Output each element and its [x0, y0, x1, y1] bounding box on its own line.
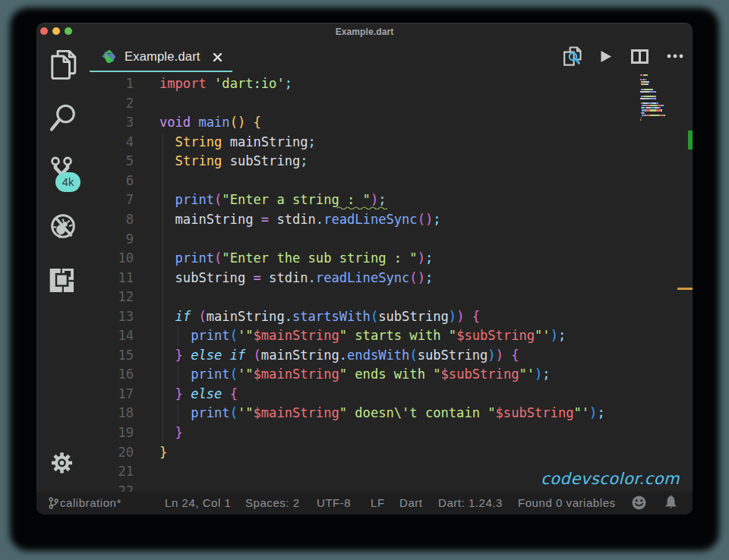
git-branch-icon: [49, 497, 58, 509]
line-number: 3: [90, 113, 134, 133]
minimap[interactable]: [640, 74, 671, 121]
code-lines: import 'dart:io';void main() { String ma…: [159, 74, 605, 492]
minimap-line: [640, 119, 671, 121]
run-button[interactable]: [600, 50, 612, 63]
code-line[interactable]: }: [159, 443, 605, 463]
code-line[interactable]: print('"$mainString" doesn\'t contain "$…: [159, 404, 605, 423]
status-variables[interactable]: Found 0 variables: [518, 492, 616, 514]
line-number: 15: [90, 346, 134, 366]
overview-ruler-orange-marker: [677, 288, 693, 290]
settings-gear-button[interactable]: [36, 442, 90, 484]
activity-bar: 4k: [36, 42, 90, 492]
line-number: 20: [90, 443, 134, 463]
code-line[interactable]: [159, 230, 605, 250]
status-sdk-version[interactable]: Dart: 1.24.3: [438, 492, 503, 514]
ellipsis-icon: [667, 53, 683, 59]
editor[interactable]: 12345678910111213141516171819202122 impo…: [90, 72, 693, 492]
line-number: 22: [90, 482, 134, 492]
code-line[interactable]: print("Enter the sub string : ");: [159, 249, 605, 269]
line-number: 10: [90, 249, 134, 269]
line-number: 18: [90, 404, 134, 423]
code-line[interactable]: import 'dart:io';: [159, 74, 605, 94]
line-number: 2: [90, 94, 134, 114]
status-branch[interactable]: calibration*: [60, 492, 122, 514]
line-number: 19: [90, 423, 134, 443]
line-number: 9: [90, 230, 134, 250]
code-line[interactable]: String mainString;: [159, 133, 605, 153]
feedback-smiley-icon[interactable]: [631, 495, 647, 511]
line-number: 6: [90, 171, 134, 191]
code-line[interactable]: [159, 94, 605, 114]
code-line[interactable]: }: [159, 423, 605, 443]
line-number: 8: [90, 210, 134, 230]
split-editor-button[interactable]: [631, 49, 649, 64]
sidebar-item-debug[interactable]: [36, 205, 90, 247]
code-line[interactable]: } else if (mainString.endsWith(subString…: [159, 346, 605, 366]
overview-ruler-green-marker: [688, 131, 693, 149]
search-editor-button[interactable]: [563, 46, 582, 66]
status-language[interactable]: Dart: [399, 492, 423, 514]
line-number: 17: [90, 385, 134, 404]
code-line[interactable]: print('"$mainString" starts with "$subSt…: [159, 326, 605, 346]
sidebar-item-search[interactable]: [36, 97, 90, 140]
squiggle-underline: [337, 206, 387, 209]
line-number: 5: [90, 152, 134, 171]
code-line[interactable]: String subString;: [159, 152, 605, 171]
line-number: 7: [90, 190, 134, 210]
code-line[interactable]: if (mainString.startsWith(subString)) {: [159, 307, 605, 327]
line-numbers: 12345678910111213141516171819202122: [90, 74, 134, 492]
sidebar-item-source-control[interactable]: 4k: [36, 150, 90, 193]
split-editor-icon: [631, 49, 649, 64]
code-line[interactable]: subString = stdin.readLineSync();: [159, 269, 605, 288]
status-eol[interactable]: LF: [371, 492, 385, 514]
titlebar: Example.dart: [36, 23, 693, 42]
code-line[interactable]: [159, 171, 605, 191]
code-line[interactable]: void main() {: [159, 113, 605, 133]
files-icon: [36, 42, 90, 85]
code-line[interactable]: [159, 288, 605, 307]
tab-bar: Example.dart: [90, 42, 693, 72]
search-editor-icon: [563, 46, 582, 66]
code-line[interactable]: } else {: [159, 385, 605, 404]
line-number: 1: [90, 74, 134, 94]
play-icon: [600, 50, 612, 63]
extensions-icon: [36, 259, 90, 301]
gear-icon: [36, 442, 90, 484]
line-number: 13: [90, 307, 134, 327]
status-encoding[interactable]: UTF-8: [317, 492, 351, 514]
code-line[interactable]: [159, 462, 605, 482]
line-number: 4: [90, 133, 134, 153]
search-icon: [36, 97, 90, 140]
sidebar-item-extensions[interactable]: [36, 259, 90, 301]
status-line-col[interactable]: Ln 24, Col 1: [165, 492, 232, 514]
sidebar-item-explorer[interactable]: [36, 42, 90, 85]
code-line[interactable]: print('"$mainString" ends with "$subStri…: [159, 365, 605, 385]
no-debug-icon: [36, 205, 90, 247]
watermark: codevscolor.com: [541, 470, 680, 488]
source-control-badge: 4k: [55, 172, 80, 192]
line-number: 11: [90, 269, 134, 288]
line-number: 21: [90, 462, 134, 482]
line-number: 16: [90, 365, 134, 385]
vscode-window: Example.dart: [36, 23, 693, 514]
status-spaces[interactable]: Spaces: 2: [245, 492, 300, 514]
window-title: Example.dart: [36, 23, 693, 42]
code-line[interactable]: mainString = stdin.readLineSync();: [159, 210, 605, 230]
code-line[interactable]: [159, 482, 605, 492]
status-bar: calibration* Ln 24, Col 1 Spaces: 2 UTF-…: [36, 492, 693, 514]
line-number: 14: [90, 326, 134, 346]
more-actions-button[interactable]: [667, 53, 683, 59]
line-number: 12: [90, 288, 134, 307]
notifications-bell-icon[interactable]: [664, 495, 678, 509]
